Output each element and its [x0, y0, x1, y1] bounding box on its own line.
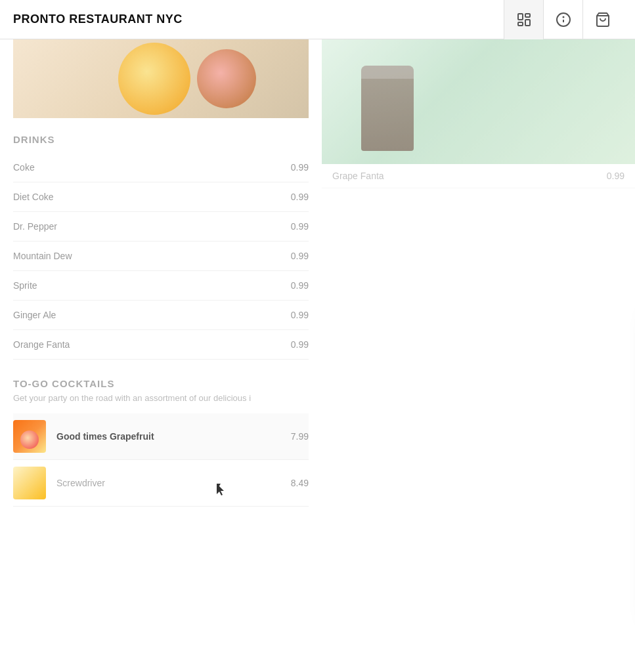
drinks-list: Coke 0.99 Diet Coke 0.99 Dr. Pepper 0.99…	[13, 153, 309, 360]
header: PRONTO RESTAURANT NYC	[0, 0, 635, 39]
menu-item-name: Orange Fanta	[13, 339, 70, 350]
main-content: DRINKS Coke 0.99 Diet Coke 0.99 Dr. Pepp…	[0, 39, 635, 507]
menu-item-name: Coke	[13, 162, 35, 173]
togo-item-screwdriver[interactable]: Screwdriver 8.49	[13, 460, 309, 507]
fruit-decoration-2	[197, 49, 256, 108]
menu-item-name: Diet Coke	[13, 192, 53, 202]
top-banner-image	[13, 39, 309, 118]
svg-rect-1	[525, 14, 530, 17]
togo-section-header: TO-GO COCKTAILS	[13, 378, 309, 393]
menu-item-name: Dr. Pepper	[13, 221, 57, 232]
menu-item[interactable]: Diet Coke 0.99	[13, 182, 309, 212]
menu-item[interactable]: Dr. Pepper 0.99	[13, 212, 309, 242]
info-icon-button[interactable]	[543, 0, 582, 39]
svg-rect-0	[518, 14, 523, 20]
menu-item[interactable]: Mountain Dew 0.99	[13, 242, 309, 271]
togo-section-description: Get your party on the road with an assor…	[13, 393, 309, 413]
togo-item-thumbnail	[13, 420, 46, 453]
menu-icon-button[interactable]	[504, 0, 543, 39]
menu-item[interactable]: Coke 0.99	[13, 153, 309, 182]
togo-item-price: 8.49	[291, 478, 309, 488]
header-icons	[504, 0, 622, 39]
fruit-decoration-1	[118, 43, 190, 115]
restaurant-title: PRONTO RESTAURANT NYC	[13, 12, 183, 26]
menu-item-price: 0.99	[291, 310, 309, 320]
menu-item-price: 0.99	[291, 221, 309, 232]
togo-item-name: Screwdriver	[56, 478, 291, 488]
menu-item-price: 0.99	[291, 280, 309, 291]
drinks-section-header: DRINKS	[13, 118, 309, 153]
menu-item[interactable]: Orange Fanta 0.99	[13, 330, 309, 360]
togo-item-price: 7.99	[291, 431, 309, 442]
menu-item-price: 0.99	[291, 162, 309, 173]
svg-rect-2	[525, 20, 530, 26]
menu-item[interactable]: Ginger Ale 0.99	[13, 301, 309, 330]
togo-cocktails-section: TO-GO COCKTAILS Get your party on the ro…	[13, 360, 309, 507]
togo-item-name: Good times Grapefruit	[56, 431, 291, 442]
svg-rect-3	[518, 22, 523, 26]
menu-item-price: 0.99	[291, 339, 309, 350]
togo-item-thumbnail	[13, 467, 46, 499]
menu-item[interactable]: Sprite 0.99	[13, 271, 309, 301]
menu-item-price: 0.99	[291, 251, 309, 261]
menu-item-name: Sprite	[13, 280, 37, 291]
menu-item-name: Mountain Dew	[13, 251, 72, 261]
right-column: Grape Fanta 0.99 × Special Instructions	[322, 39, 635, 507]
menu-item-name: Ginger Ale	[13, 310, 56, 320]
menu-item-price: 0.99	[291, 192, 309, 202]
cart-icon-button[interactable]	[582, 0, 622, 39]
left-column: DRINKS Coke 0.99 Diet Coke 0.99 Dr. Pepp…	[0, 39, 322, 507]
modal-overlay	[322, 39, 635, 507]
togo-item-grapefruit[interactable]: Good times Grapefruit 7.99	[13, 413, 309, 460]
